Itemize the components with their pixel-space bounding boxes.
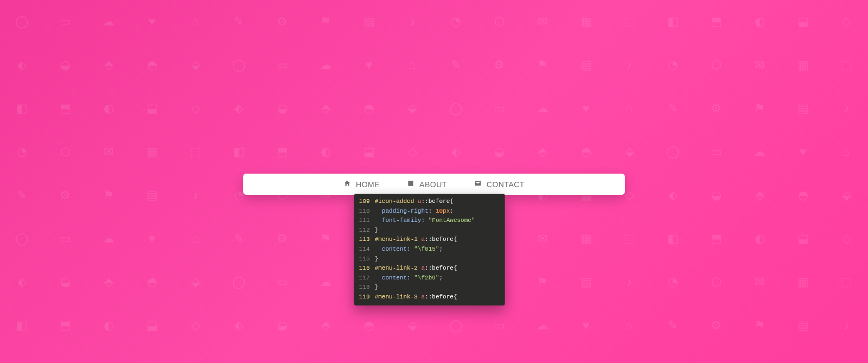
line-number: 118 [354,283,375,292]
nav-item-contact[interactable]: CONTACT [474,180,525,189]
code-content: #menu-link-2 a::before{ [375,264,505,273]
code-line: 114 content: "\f015"; [354,245,505,254]
code-line: 118} [354,283,505,292]
code-content: content: "\f2b9"; [375,273,505,283]
nav-item-about[interactable]: ABOUT [407,180,447,189]
code-content: content: "\f015"; [375,245,505,254]
code-line: 109#icon-added a::before{ [354,197,505,207]
address-card-icon [407,180,414,189]
code-line: 110 padding-right: 10px; [354,207,505,216]
nav-item-home[interactable]: HOME [343,180,380,189]
code-content: padding-right: 10px; [375,207,505,216]
line-number: 115 [354,254,375,264]
code-content: } [375,254,505,264]
code-content: } [375,226,505,235]
code-line: 115} [354,254,505,264]
line-number: 109 [354,197,375,207]
line-number: 114 [354,245,375,254]
code-line: 111 font-family: "FontAwesome" [354,216,505,226]
home-icon [343,180,351,189]
code-content: } [375,283,505,292]
envelope-icon [474,180,482,189]
nav-label: CONTACT [487,180,525,189]
line-number: 116 [354,264,375,273]
nav-label: ABOUT [419,180,447,189]
code-line: 113#menu-link-1 a::before{ [354,235,505,245]
line-number: 113 [354,235,375,245]
code-line: 119#menu-link-3 a::before{ [354,292,505,302]
code-line: 117 content: "\f2b9"; [354,273,505,283]
code-content: font-family: "FontAwesome" [375,216,505,226]
line-number: 112 [354,226,375,235]
code-line: 112} [354,226,505,235]
code-content: #menu-link-3 a::before{ [375,292,505,302]
line-number: 119 [354,292,375,302]
code-content: #menu-link-1 a::before{ [375,235,505,245]
nav-bar: HOME ABOUT CONTACT [243,174,625,195]
stage: HOME ABOUT CONTACT 109#icon-added a::bef… [0,0,868,363]
code-content: #icon-added a::before{ [375,197,505,207]
line-number: 110 [354,207,375,216]
line-number: 111 [354,216,375,226]
code-line: 116#menu-link-2 a::before{ [354,264,505,273]
line-number: 117 [354,273,375,283]
nav-label: HOME [356,180,380,189]
code-tooltip: 109#icon-added a::before{110 padding-rig… [354,194,505,305]
